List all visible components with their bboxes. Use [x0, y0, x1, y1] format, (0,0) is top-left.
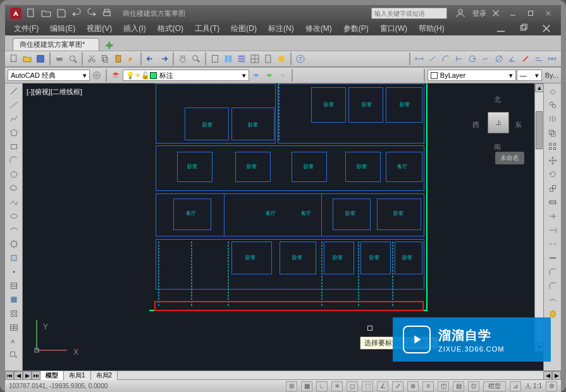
dim-quick-icon[interactable] — [519, 52, 532, 65]
dc-icon[interactable] — [249, 52, 261, 65]
erase-icon[interactable] — [546, 85, 560, 97]
matchprop-icon[interactable] — [125, 52, 138, 65]
dim-baseline-icon[interactable] — [532, 52, 545, 65]
dim-dia-icon[interactable] — [493, 52, 505, 65]
status-polar-icon[interactable]: ✳ — [331, 381, 343, 391]
zoom-icon[interactable] — [190, 52, 202, 65]
ellipse-icon[interactable] — [7, 210, 21, 223]
search-input[interactable] — [371, 8, 447, 19]
xline-icon[interactable] — [7, 99, 21, 111]
circle-icon[interactable] — [7, 168, 21, 181]
help-icon[interactable]: ? — [294, 52, 307, 65]
menu-edit[interactable]: 编辑(E) — [50, 23, 75, 34]
user-icon[interactable] — [455, 8, 466, 19]
menu-tools[interactable]: 工具(T) — [195, 23, 219, 34]
status-sc
  [interactable]: 人 1:1 — [525, 382, 542, 391]
layer-dropdown[interactable]: 💡 ☀ 🔓 标注 ▾ — [123, 70, 249, 81]
table-icon[interactable] — [7, 321, 21, 334]
menu-draw[interactable]: 绘图(D) — [231, 23, 257, 34]
dim-radius-icon[interactable] — [466, 52, 479, 65]
dim-jog-icon[interactable] — [479, 52, 492, 65]
open-file-icon[interactable] — [21, 52, 34, 65]
status-grid-icon[interactable]: ▦ — [301, 381, 312, 391]
save-file-icon[interactable] — [34, 52, 47, 65]
insert-block-icon[interactable] — [7, 238, 21, 250]
rotate-icon[interactable] — [546, 168, 560, 181]
tab-layout1[interactable]: 布局1 — [64, 371, 91, 380]
last-tab-icon[interactable]: ⏭ — [32, 371, 40, 380]
maximize-icon[interactable] — [523, 8, 538, 19]
mirror-icon[interactable] — [546, 113, 560, 125]
chamfer-icon[interactable] — [546, 266, 560, 278]
new-file-icon[interactable] — [8, 52, 20, 65]
status-osnap-icon[interactable]: ◻ — [347, 381, 358, 391]
prev-tab-icon[interactable]: ◀ — [14, 371, 23, 380]
doc-restore-icon[interactable] — [518, 23, 529, 34]
move-icon[interactable] — [546, 154, 560, 167]
status-model-icon[interactable]: 模型 — [483, 381, 506, 391]
scale-icon[interactable] — [546, 182, 560, 195]
point-icon[interactable] — [7, 266, 21, 278]
mtext-icon[interactable]: A — [7, 335, 21, 348]
redo-tb-icon[interactable] — [157, 52, 170, 65]
tab-model[interactable]: 模型 — [40, 371, 64, 380]
menu-window[interactable]: 窗口(W) — [380, 23, 407, 34]
file-tab[interactable]: 商住楼建筑方案草图* — [13, 38, 99, 51]
line-icon[interactable] — [7, 85, 21, 97]
properties-icon[interactable] — [235, 52, 248, 65]
markup-icon[interactable] — [275, 52, 288, 65]
color-dropdown[interactable]: ByLayer ▾ — [428, 70, 516, 81]
open-icon[interactable] — [40, 8, 52, 19]
status-gear-icon[interactable]: ⚙ — [546, 381, 557, 391]
undo-tb-icon[interactable] — [144, 52, 157, 65]
dim-linear-icon[interactable] — [413, 52, 426, 65]
status-ann-icon[interactable]: ⊿ — [510, 381, 521, 391]
menu-view[interactable]: 视图(V) — [87, 23, 112, 34]
trim-icon[interactable] — [546, 210, 560, 223]
status-lwt-icon[interactable]: ≡ — [422, 381, 434, 391]
menu-dim[interactable]: 标注(N) — [268, 23, 294, 34]
menu-file[interactable]: 文件(F) — [14, 23, 39, 34]
make-block-icon[interactable] — [7, 252, 21, 264]
view-cube[interactable]: 北 南 西 东 上 — [469, 95, 526, 152]
doc-minimize-icon[interactable] — [495, 23, 507, 34]
cut-icon[interactable] — [85, 52, 98, 65]
tool-palette-icon[interactable] — [222, 52, 235, 65]
save-icon[interactable] — [56, 8, 67, 19]
layer-iso-icon[interactable] — [250, 69, 262, 82]
tab-layout2[interactable]: 布局2 — [91, 371, 118, 380]
dim-ord-icon[interactable] — [453, 52, 465, 65]
menu-modify[interactable]: 修改(M) — [305, 23, 332, 34]
minimize-icon[interactable] — [505, 8, 520, 19]
pan-icon[interactable] — [176, 52, 189, 65]
print-icon[interactable] — [53, 52, 66, 65]
offset-icon[interactable] — [546, 126, 560, 139]
status-sc-icon[interactable]: ⊡ — [468, 381, 479, 391]
undo-icon[interactable] — [71, 8, 82, 19]
menu-format[interactable]: 格式(O) — [157, 23, 183, 34]
scroll-up-icon[interactable]: ▲ — [535, 83, 544, 92]
unnamed-view[interactable]: 未命名 — [495, 152, 524, 164]
workspace-dropdown[interactable]: AutoCAD 经典▾ — [8, 70, 90, 81]
ws-gear-icon[interactable] — [90, 69, 103, 82]
array-icon[interactable] — [546, 140, 560, 153]
dim-aligned-icon[interactable] — [426, 52, 439, 65]
exchange-icon[interactable] — [490, 8, 501, 19]
login-link[interactable]: 登录 — [472, 9, 486, 18]
break-icon[interactable] — [546, 238, 560, 250]
fillet-icon[interactable] — [546, 279, 560, 292]
menu-insert[interactable]: 插入(I) — [123, 23, 145, 34]
cube-face[interactable]: 上 — [488, 112, 509, 133]
status-qp-icon[interactable]: ▤ — [453, 381, 464, 391]
polygon-icon[interactable] — [7, 126, 21, 139]
status-3d-icon[interactable]: ⬚ — [362, 381, 373, 391]
first-tab-icon[interactable]: ⏮ — [5, 371, 14, 380]
layer-prev-icon[interactable] — [263, 69, 276, 82]
status-otrack-icon[interactable]: ∠ — [377, 381, 388, 391]
status-dyn-icon[interactable]: ⊕ — [407, 381, 419, 391]
viewport-label[interactable]: [-][俯视][二维线框] — [27, 87, 82, 97]
join-icon[interactable] — [546, 252, 560, 264]
addsel-icon[interactable]: + — [7, 349, 21, 362]
hatch-icon[interactable] — [7, 279, 21, 292]
scrollbar-vertical[interactable]: ▲ ▼ — [534, 83, 543, 352]
